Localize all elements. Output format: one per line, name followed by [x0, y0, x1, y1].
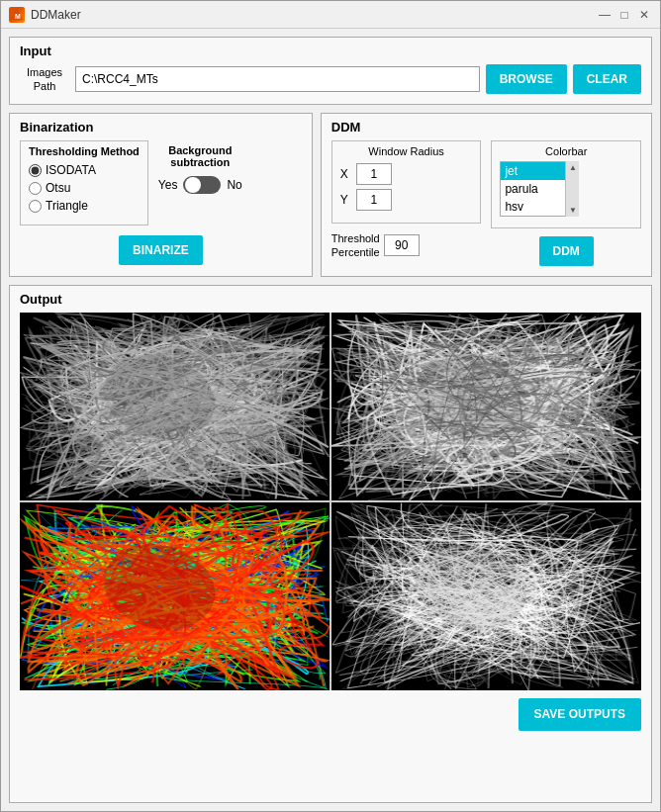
toggle-no-label: No — [227, 178, 241, 192]
binarization-section: Binarization Thresholding Method ISODATA… — [9, 113, 313, 277]
threshold-percentile-input[interactable] — [384, 234, 420, 256]
window-radius-label: Window Radius — [340, 145, 473, 157]
binarize-button[interactable]: BINARIZE — [119, 235, 203, 265]
canvas-bottom-left — [20, 502, 330, 690]
maximize-button[interactable]: □ — [616, 7, 632, 23]
ddm-btn-row: DDM — [491, 236, 641, 266]
titlebar: M DDMaker — □ ✕ — [1, 1, 660, 29]
image-top-right — [331, 313, 641, 500]
wr-x-input[interactable] — [356, 163, 392, 185]
isodata-label: ISODATA — [46, 163, 96, 177]
toggle-yes-label: Yes — [158, 178, 178, 192]
otsu-radio-row[interactable]: Otsu — [29, 181, 140, 195]
colorbar-scrollbar[interactable]: ▲ ▼ — [565, 161, 579, 217]
colorbar-list-container: jet parula hsv ▲ ▼ — [500, 161, 579, 217]
canvas-bottom-right — [331, 502, 641, 690]
toggle-row: Yes No — [158, 176, 242, 194]
wr-y-input[interactable] — [356, 189, 392, 211]
images-path-label: ImagesPath — [20, 65, 69, 94]
toggle-switch[interactable] — [183, 176, 221, 194]
scroll-down-icon[interactable]: ▼ — [566, 206, 579, 215]
ddm-button[interactable]: DDM — [539, 236, 594, 266]
input-section: Input ImagesPath BROWSE CLEAR — [9, 37, 652, 105]
canvas-top-left — [20, 313, 330, 500]
binarize-row: BINARIZE — [20, 235, 302, 265]
otsu-radio[interactable] — [29, 182, 42, 195]
minimize-button[interactable]: — — [597, 7, 613, 23]
clear-button[interactable]: CLEAR — [573, 64, 641, 94]
path-input[interactable] — [75, 66, 480, 92]
isodata-radio[interactable] — [29, 164, 42, 177]
app-icon: M — [9, 7, 25, 23]
bg-subtraction-label: Backgroundsubtraction — [168, 144, 232, 168]
save-row: SAVE OUTPUTS — [20, 698, 641, 731]
triangle-radio[interactable] — [29, 200, 42, 213]
ddm-inner: Window Radius X Y ThresholdPercent — [331, 140, 641, 266]
x-axis-label: X — [340, 167, 352, 181]
image-bottom-left — [20, 502, 330, 690]
middle-row: Binarization Thresholding Method ISODATA… — [9, 113, 652, 277]
triangle-radio-row[interactable]: Triangle — [29, 199, 140, 213]
threshold-percentile-row: ThresholdPercentile — [331, 231, 482, 260]
colorbar-box: Colorbar jet parula hsv ▲ ▼ — [491, 140, 641, 228]
input-title: Input — [20, 44, 641, 58]
ddm-section: DDM Window Radius X Y — [321, 113, 652, 277]
browse-button[interactable]: BROWSE — [486, 64, 567, 94]
ddm-title: DDM — [331, 120, 641, 135]
isodata-radio-row[interactable]: ISODATA — [29, 163, 140, 177]
bg-subtraction-group: Backgroundsubtraction Yes No — [158, 144, 242, 194]
content-area: Input ImagesPath BROWSE CLEAR Binarizati… — [1, 29, 660, 811]
wr-y-row: Y — [340, 189, 473, 211]
window-radius-box: Window Radius X Y — [331, 140, 482, 224]
ddm-left: Window Radius X Y ThresholdPercent — [331, 140, 482, 266]
threshold-percentile-label: ThresholdPercentile — [331, 231, 380, 260]
save-outputs-button[interactable]: SAVE OUTPUTS — [519, 698, 641, 731]
otsu-label: Otsu — [46, 181, 70, 195]
ddm-right: Colorbar jet parula hsv ▲ ▼ — [491, 140, 641, 266]
canvas-top-right — [331, 313, 641, 500]
image-bottom-right — [331, 502, 641, 690]
main-window: M DDMaker — □ ✕ Input ImagesPath BROWSE … — [0, 0, 661, 812]
close-button[interactable]: ✕ — [636, 7, 652, 23]
output-section: Output SAVE OUTPUTS — [9, 285, 652, 803]
thresholding-label: Thresholding Method — [29, 145, 140, 157]
window-title: DDMaker — [31, 8, 597, 22]
scroll-up-icon[interactable]: ▲ — [566, 163, 579, 172]
image-top-left — [20, 313, 330, 500]
binarization-title: Binarization — [20, 120, 302, 135]
image-grid — [20, 313, 641, 690]
window-controls: — □ ✕ — [597, 7, 652, 23]
thresholding-group: Thresholding Method ISODATA Otsu Triangl… — [20, 140, 148, 226]
colorbar-label: Colorbar — [500, 145, 632, 157]
wr-x-row: X — [340, 163, 473, 185]
output-title: Output — [20, 292, 641, 307]
binarization-inner: Thresholding Method ISODATA Otsu Triangl… — [20, 140, 302, 226]
triangle-label: Triangle — [46, 199, 88, 213]
input-row: ImagesPath BROWSE CLEAR — [20, 64, 641, 94]
svg-text:M: M — [15, 13, 21, 20]
y-axis-label: Y — [340, 193, 352, 207]
toggle-knob — [185, 177, 201, 193]
